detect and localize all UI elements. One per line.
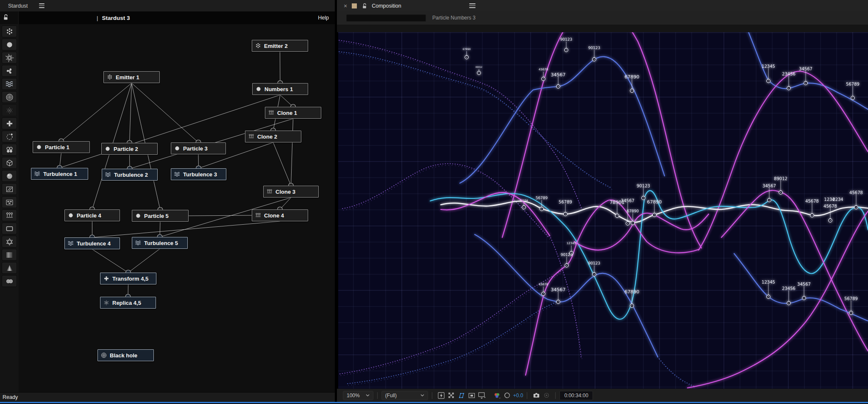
turbulence-icon [105, 171, 111, 178]
node-turbulence1[interactable]: Turbulence 1 [31, 168, 88, 180]
node-replica45[interactable]: Replica 4,5 [100, 297, 156, 309]
node-emitter1[interactable]: Emitter 1 [103, 71, 160, 83]
lock-button[interactable] [0, 11, 19, 24]
stardust-header-bar [0, 11, 335, 25]
blackhole-icon [100, 352, 107, 359]
show-snapshot-button[interactable] [541, 391, 551, 400]
app-window: Stardust | Stardust 3 Help Emitter 1Emit… [0, 0, 868, 404]
tool-nodes-button[interactable] [2, 196, 17, 208]
node-emitter2[interactable]: Emitter 2 [252, 40, 308, 52]
svg-text:12345: 12345 [762, 64, 775, 69]
node-clone4[interactable]: Clone 4 [252, 209, 308, 221]
tool-fan-button[interactable] [2, 65, 17, 77]
magnification-select[interactable]: 100% [343, 391, 373, 400]
svg-text:89012: 89012 [476, 66, 482, 68]
tool-transform-button[interactable] [2, 117, 17, 129]
node-label: Turbulence 1 [43, 171, 77, 177]
node-transform45[interactable]: Transform 4,5 [100, 273, 156, 284]
exposure-value[interactable]: +0.0 [513, 393, 523, 398]
svg-text:90123: 90123 [637, 184, 650, 188]
node-graph-canvas[interactable]: Emitter 1Emitter 2Numbers 1Clone 1Clone … [19, 24, 335, 392]
transparency-grid-button[interactable] [446, 391, 456, 400]
node-turbulence3[interactable]: Turbulence 3 [171, 168, 226, 180]
tool-bars-button[interactable] [2, 249, 17, 261]
guides-options-button[interactable] [477, 391, 487, 400]
tool-emitter-button[interactable] [2, 25, 17, 37]
status-text: Ready [3, 394, 18, 400]
tool-path-button[interactable] [2, 131, 17, 142]
viewer-toolbar: 100% (Full) +0.0 [337, 389, 868, 402]
node-label: Particle 5 [144, 213, 169, 219]
stardust-menu-icon[interactable] [39, 3, 45, 8]
svg-text:90123: 90123 [588, 46, 601, 50]
svg-text:12345: 12345 [567, 242, 576, 245]
stardust-panel-titlebar: Stardust [0, 0, 335, 11]
node-turbulence2[interactable]: Turbulence 2 [102, 169, 158, 181]
tab-composition[interactable]: Composition [372, 3, 401, 9]
snapshot-button[interactable] [531, 391, 541, 400]
svg-text:34567: 34567 [551, 72, 566, 78]
panel-color-swatch [352, 3, 357, 8]
tool-particle-button[interactable] [2, 39, 17, 50]
timecode-display[interactable]: 0:00:34:00 [559, 391, 593, 400]
tool-metaballs-button[interactable] [2, 275, 17, 287]
node-clone2[interactable]: Clone 2 [245, 131, 301, 142]
tool-spline-button[interactable] [2, 236, 17, 248]
tool-pins-button[interactable] [2, 209, 17, 221]
help-button[interactable]: Help [312, 11, 335, 24]
tool-turbulence-button[interactable] [2, 78, 17, 90]
mask-visibility-button[interactable] [456, 391, 467, 400]
tool-frame-button[interactable] [2, 223, 17, 234]
tool-blackhole-button[interactable] [2, 91, 17, 103]
svg-text:34567: 34567 [621, 198, 634, 203]
comp-search-input[interactable] [346, 14, 426, 22]
tool-sphere-button[interactable] [2, 170, 17, 182]
node-clone3[interactable]: Clone 3 [263, 186, 319, 198]
tool-model-button[interactable] [2, 157, 17, 169]
pins-icon [255, 212, 262, 219]
node-label: Black hole [110, 352, 137, 359]
status-bar: Ready [0, 392, 335, 402]
emitter-icon [255, 42, 262, 49]
node-label: Turbulence 4 [77, 240, 111, 247]
node-particle5[interactable]: Particle 5 [132, 210, 189, 222]
tool-replica-button[interactable] [2, 104, 17, 116]
particle-icon [104, 145, 111, 152]
node-particle4[interactable]: Particle 4 [64, 209, 120, 221]
node-label: Transform 4,5 [112, 276, 148, 282]
node-turbulence5[interactable]: Turbulence 5 [132, 237, 188, 249]
node-blackhole[interactable]: Black hole [97, 349, 154, 361]
stardust-tool-palette [0, 24, 19, 392]
node-particle2[interactable]: Particle 2 [101, 143, 158, 155]
node-particle3[interactable]: Particle 3 [171, 142, 226, 154]
node-numbers1[interactable]: Numbers 1 [252, 83, 308, 95]
node-label: Numbers 1 [264, 86, 293, 92]
resolution-select[interactable]: (Full) [381, 391, 428, 400]
composition-panel-menu-icon[interactable] [469, 3, 476, 8]
svg-text:45678: 45678 [849, 190, 863, 195]
node-turbulence4[interactable]: Turbulence 4 [64, 237, 120, 249]
node-label: Clone 1 [277, 110, 297, 116]
tool-map-button[interactable] [2, 183, 17, 195]
svg-text:56789: 56789 [846, 82, 860, 86]
node-label: Clone 2 [257, 134, 277, 140]
node-particle1[interactable]: Particle 1 [33, 141, 90, 153]
composition-lock-icon[interactable] [362, 3, 367, 9]
channel-select-button[interactable] [492, 391, 502, 400]
svg-text:56789: 56789 [536, 196, 548, 200]
node-label: Emitter 2 [264, 43, 288, 49]
emitter-icon [106, 74, 113, 81]
tool-clones-button[interactable] [2, 144, 17, 156]
close-tab-button[interactable]: × [344, 3, 347, 9]
node-clone1[interactable]: Clone 1 [265, 107, 321, 119]
chevron-down-icon [366, 394, 370, 397]
exposure-reset-icon[interactable] [502, 391, 512, 400]
node-label: Turbulence 2 [114, 172, 148, 178]
svg-text:45678: 45678 [823, 204, 837, 209]
particle-trails: 9012390123456783456767890123452345634567… [338, 32, 868, 389]
region-of-interest-button[interactable] [467, 391, 477, 400]
tool-explosion-button[interactable] [2, 52, 17, 64]
tool-cone-button[interactable] [2, 262, 17, 274]
fast-previews-button[interactable] [436, 391, 446, 400]
composition-viewport[interactable]: 9012390123456783456767890123452345634567… [338, 32, 868, 389]
